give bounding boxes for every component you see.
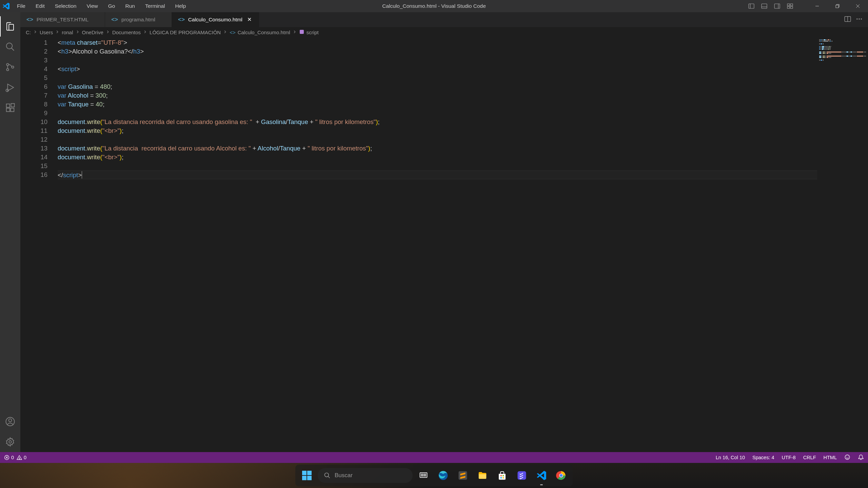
menu-terminal[interactable]: Terminal [140,0,170,12]
svg-rect-49 [502,477,504,479]
svg-line-15 [12,48,14,51]
breadcrumb-symbol[interactable]: script [307,29,319,35]
menu-edit[interactable]: Edit [31,0,50,12]
warnings-count[interactable]: 0 [17,455,26,460]
sublime-text-icon[interactable] [454,467,472,484]
svg-rect-45 [459,471,467,480]
svg-point-17 [6,68,8,70]
breadcrumb-segment[interactable]: ronal [62,29,73,35]
svg-point-14 [6,43,13,49]
titlebar: FileEditSelectionViewGoRunTerminalHelp C… [0,0,868,12]
svg-rect-23 [11,104,15,107]
svg-rect-48 [500,477,502,479]
encoding[interactable]: UTF-8 [782,455,796,460]
svg-rect-22 [11,108,14,111]
svg-point-29 [856,18,857,19]
svg-rect-6 [787,4,790,6]
chevron-right-icon [292,29,297,35]
vscode-logo-icon [0,2,12,10]
close-button[interactable] [848,0,868,12]
svg-point-39 [325,473,329,477]
tab-primer_test-html[interactable]: <>PRIMER_TEST.HTML✕ [20,12,105,27]
svg-rect-8 [787,6,790,8]
status-bar: 0 0 Ln 16, Col 10 Spaces: 4 UTF-8 CRLF H… [0,452,868,463]
toggle-primary-sidebar-icon[interactable] [748,3,755,9]
html-file-icon: <> [178,16,185,23]
html-file-icon: <> [26,16,33,23]
accounts-icon[interactable] [0,411,20,432]
chrome-icon[interactable] [552,467,570,484]
settings-gear-icon[interactable] [0,432,20,452]
explorer-icon[interactable] [0,16,20,37]
breadcrumb-segment[interactable]: OneDrive [82,29,103,35]
svg-point-26 [9,441,12,443]
chevron-right-icon [33,29,38,35]
language-mode[interactable]: HTML [824,455,837,460]
chevron-right-icon [143,29,147,35]
minimap[interactable] [817,37,868,452]
taskbar-search[interactable]: Buscar [318,468,413,483]
breadcrumb-segment[interactable]: LÓGICA DE PROGRAMACIÓN [150,29,221,35]
window-title: Calculo_Consumo.html - Visual Studio Cod… [382,3,486,9]
svg-point-30 [859,18,860,19]
svg-rect-9 [790,6,793,8]
line-numbers-gutter: 12345678910111213141516 [20,37,58,452]
microsoft-store-icon[interactable] [493,467,511,484]
menu-selection[interactable]: Selection [50,0,81,12]
close-tab-icon[interactable]: ✕ [246,16,253,23]
indentation[interactable]: Spaces: 4 [752,455,774,460]
errors-count[interactable]: 0 [4,455,14,460]
menu-view[interactable]: View [82,0,102,12]
vscode-taskbar-icon[interactable] [533,467,550,484]
tab-calculo_consumo-html[interactable]: <>Calculo_Consumo.html✕ [172,12,259,27]
breadcrumb-segment[interactable]: Documentos [112,29,141,35]
windows-taskbar: Buscar [0,463,868,488]
menu-file[interactable]: File [12,0,30,12]
tab-programa-html[interactable]: <>programa.html✕ [105,12,172,27]
task-view-icon[interactable] [415,467,432,484]
svg-point-37 [19,459,20,459]
todoist-icon[interactable] [513,467,531,484]
extensions-icon[interactable] [0,98,20,118]
svg-line-40 [328,476,330,478]
menu-go[interactable]: Go [103,0,120,12]
cursor-position[interactable]: Ln 16, Col 10 [716,455,745,460]
chevron-right-icon [105,29,110,35]
svg-point-38 [845,455,850,460]
svg-rect-11 [836,5,839,8]
toggle-secondary-sidebar-icon[interactable] [774,3,781,9]
minimize-button[interactable] [807,0,827,12]
svg-point-54 [560,474,563,477]
breadcrumb-segment[interactable]: C: [26,29,31,35]
customize-layout-icon[interactable] [787,3,793,9]
svg-point-31 [861,18,862,19]
svg-rect-50 [518,471,526,480]
svg-point-16 [6,63,8,65]
run-debug-icon[interactable] [0,77,20,98]
breadcrumb-file[interactable]: Calculo_Consumo.html [238,29,290,35]
svg-rect-42 [421,474,423,476]
svg-rect-47 [502,475,504,476]
code-editor[interactable]: 12345678910111213141516 <meta charset="U… [20,37,868,452]
maximize-button[interactable] [827,0,848,12]
breadcrumbs[interactable]: C:UsersronalOneDriveDocumentosLÓGICA DE … [20,27,868,37]
eol[interactable]: CRLF [803,455,816,460]
feedback-icon[interactable] [844,454,850,461]
script-symbol-icon [299,29,304,36]
start-button[interactable] [298,467,316,484]
edge-browser-icon[interactable] [434,467,452,484]
svg-rect-2 [762,4,767,8]
more-actions-icon[interactable] [856,16,863,24]
html-file-icon: <> [230,29,236,35]
notifications-icon[interactable] [858,454,864,461]
toggle-panel-icon[interactable] [761,3,768,9]
menu-run[interactable]: Run [120,0,139,12]
chevron-right-icon [55,29,60,35]
split-editor-icon[interactable] [844,16,851,24]
file-explorer-icon[interactable] [474,467,491,484]
chevron-right-icon [75,29,80,35]
breadcrumb-segment[interactable]: Users [40,29,53,35]
source-control-icon[interactable] [0,57,20,77]
search-icon[interactable] [0,37,20,57]
menu-help[interactable]: Help [171,0,191,12]
